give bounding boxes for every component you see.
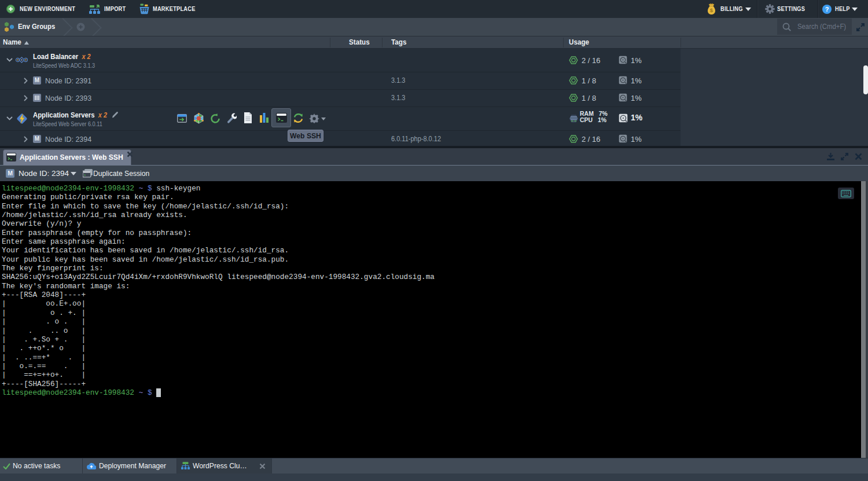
svg-text:?: ?	[825, 6, 829, 13]
svg-text:$: $	[710, 7, 713, 13]
